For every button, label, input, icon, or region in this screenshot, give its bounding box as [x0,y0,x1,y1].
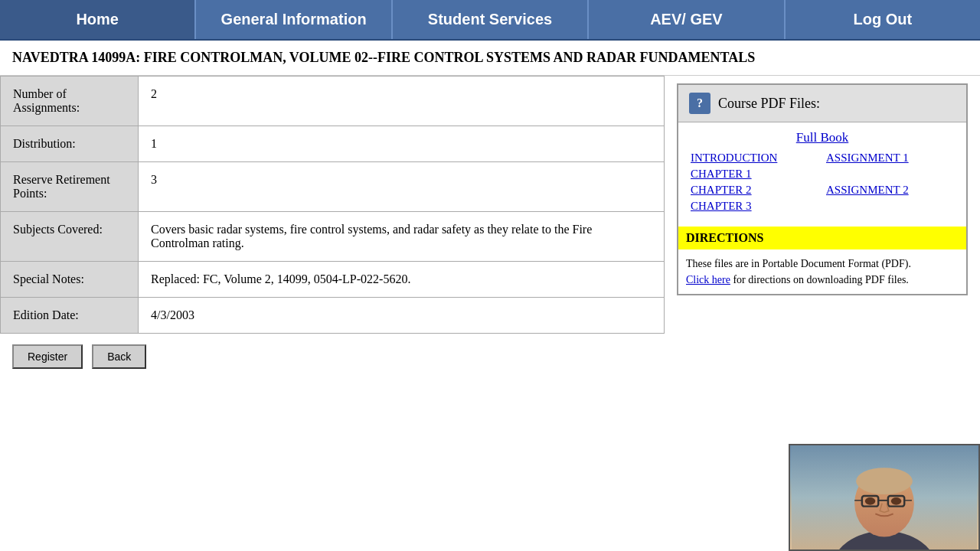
table-row: Subjects Covered:Covers basic radar syst… [1,212,665,262]
field-label: Subjects Covered: [1,212,139,262]
help-icon: ? [689,93,710,114]
directions-text: These files are in Portable Document For… [678,249,966,294]
field-label: Special Notes: [1,262,139,298]
svg-point-11 [891,497,902,505]
field-label: Distribution: [1,126,139,162]
field-value: 2 [139,77,665,126]
field-value: 3 [139,162,665,212]
field-label: Number of Assignments: [1,77,139,126]
register-button[interactable]: Register [12,344,83,369]
field-label: Edition Date: [1,298,139,334]
webcam-overlay [789,444,980,551]
page-title: NAVEDTRA 14099A: FIRE CONTROLMAN, VOLUME… [0,41,980,76]
webcam-svg [789,445,980,549]
field-value: Covers basic radar systems, fire control… [139,212,665,262]
bottom-buttons: Register Back [0,334,665,380]
nav-home[interactable]: Home [0,0,196,39]
chapter2-link[interactable]: CHAPTER 2 [691,184,818,197]
chapter3-link[interactable]: CHAPTER 3 [691,200,818,213]
table-row: Distribution:1 [1,126,665,162]
field-value: 1 [139,126,665,162]
full-book-link[interactable]: Full Book [691,130,954,145]
directions-text1: These files are in Portable Document For… [686,258,911,269]
table-row: Special Notes:Replaced: FC, Volume 2, 14… [1,262,665,298]
table-row: Reserve Retirement Points:3 [1,162,665,212]
course-info-table: Number of Assignments:2Distribution:1Res… [0,76,665,334]
directions-bar: DIRECTIONS [678,227,966,249]
svg-point-4 [856,468,913,494]
intro-link[interactable]: INTRODUCTION [691,152,818,165]
pdf-panel-title: Course PDF Files: [718,96,820,112]
pdf-links-area: Full Book INTRODUCTION ASSIGNMENT 1 CHAP… [678,122,966,227]
back-button[interactable]: Back [92,344,146,369]
nav-aev-gev[interactable]: AEV/ GEV [589,0,785,39]
table-row: Edition Date:4/3/2003 [1,298,665,334]
navigation-bar: Home General Information Student Service… [0,0,980,41]
main-content: Number of Assignments:2Distribution:1Res… [0,76,980,380]
nav-general-information[interactable]: General Information [196,0,392,39]
click-here-link[interactable]: Click here [686,274,730,285]
chapter1-link[interactable]: CHAPTER 1 [691,168,818,181]
pdf-panel-header: ? Course PDF Files: [678,85,966,122]
field-label: Reserve Retirement Points: [1,162,139,212]
directions-text2: for directions on downloading PDF files. [730,274,909,285]
pdf-chapters-grid: INTRODUCTION ASSIGNMENT 1 CHAPTER 1 CHAP… [691,152,954,213]
field-value: Replaced: FC, Volume 2, 14099, 0504-LP-0… [139,262,665,298]
field-value: 4/3/2003 [139,298,665,334]
pdf-panel: ? Course PDF Files: Full Book INTRODUCTI… [677,83,968,295]
table-row: Number of Assignments:2 [1,77,665,126]
assignment1-link[interactable]: ASSIGNMENT 1 [826,152,954,165]
nav-log-out[interactable]: Log Out [786,0,980,39]
assignment2-link[interactable]: ASSIGNMENT 2 [826,184,954,197]
left-section: Number of Assignments:2Distribution:1Res… [0,76,665,380]
svg-point-10 [865,497,876,505]
nav-student-services[interactable]: Student Services [393,0,589,39]
webcam-face [790,445,978,549]
